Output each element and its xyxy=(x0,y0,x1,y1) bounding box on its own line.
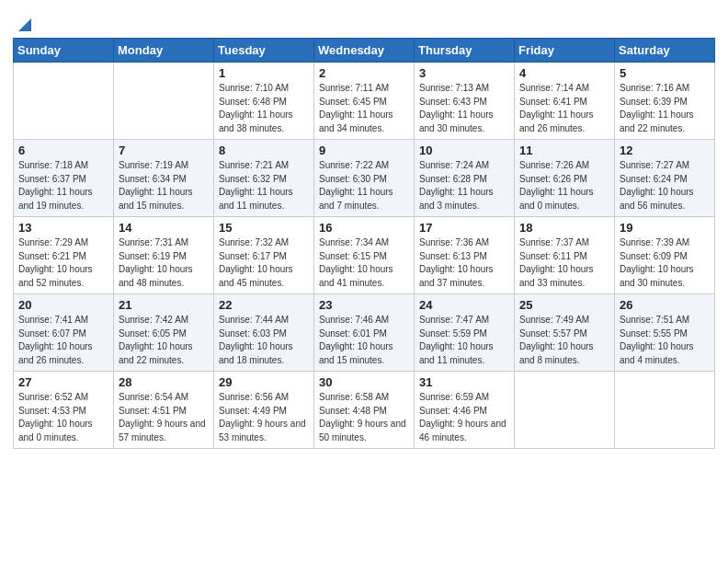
week-row-4: 20Sunrise: 7:41 AMSunset: 6:07 PMDayligh… xyxy=(14,294,715,372)
calendar-cell: 23Sunrise: 7:46 AMSunset: 6:01 PMDayligh… xyxy=(314,294,415,372)
day-info: Sunrise: 6:58 AMSunset: 4:48 PMDaylight:… xyxy=(319,391,409,444)
day-number: 5 xyxy=(620,66,710,80)
day-number: 2 xyxy=(319,66,409,80)
svg-marker-0 xyxy=(18,18,31,31)
calendar-cell: 20Sunrise: 7:41 AMSunset: 6:07 PMDayligh… xyxy=(14,294,114,372)
calendar-cell: 11Sunrise: 7:26 AMSunset: 6:26 PMDayligh… xyxy=(515,140,615,217)
calendar-cell: 9Sunrise: 7:22 AMSunset: 6:30 PMDaylight… xyxy=(314,140,415,217)
calendar-cell: 21Sunrise: 7:42 AMSunset: 6:05 PMDayligh… xyxy=(114,294,214,372)
day-number: 4 xyxy=(519,66,609,80)
day-info: Sunrise: 7:26 AMSunset: 6:26 PMDaylight:… xyxy=(519,159,609,213)
day-info: Sunrise: 6:54 AMSunset: 4:51 PMDaylight:… xyxy=(119,391,209,444)
calendar-cell: 18Sunrise: 7:37 AMSunset: 6:11 PMDayligh… xyxy=(515,217,615,294)
day-number: 23 xyxy=(319,298,409,312)
calendar-cell: 29Sunrise: 6:56 AMSunset: 4:49 PMDayligh… xyxy=(214,372,314,449)
day-info: Sunrise: 6:56 AMSunset: 4:49 PMDaylight:… xyxy=(219,391,309,444)
week-row-2: 6Sunrise: 7:18 AMSunset: 6:37 PMDaylight… xyxy=(14,140,715,217)
day-number: 13 xyxy=(18,221,108,235)
calendar-cell: 4Sunrise: 7:14 AMSunset: 6:41 PMDaylight… xyxy=(515,63,615,140)
page-container: SundayMondayTuesdayWednesdayThursdayFrid… xyxy=(0,0,728,462)
calendar-cell: 3Sunrise: 7:13 AMSunset: 6:43 PMDaylight… xyxy=(415,63,515,140)
calendar-cell: 27Sunrise: 6:52 AMSunset: 4:53 PMDayligh… xyxy=(14,372,114,449)
logo-icon xyxy=(15,15,35,35)
day-number: 15 xyxy=(219,221,309,235)
calendar-cell: 6Sunrise: 7:18 AMSunset: 6:37 PMDaylight… xyxy=(14,140,114,217)
weekday-header-monday: Monday xyxy=(114,39,214,63)
weekday-header-wednesday: Wednesday xyxy=(314,39,415,63)
day-number: 11 xyxy=(519,144,609,157)
calendar-cell xyxy=(14,63,114,140)
calendar-cell xyxy=(114,63,214,140)
day-number: 10 xyxy=(419,144,509,157)
day-info: Sunrise: 7:34 AMSunset: 6:15 PMDaylight:… xyxy=(319,236,409,290)
calendar-cell: 30Sunrise: 6:58 AMSunset: 4:48 PMDayligh… xyxy=(314,372,415,449)
day-number: 3 xyxy=(419,66,509,80)
week-row-3: 13Sunrise: 7:29 AMSunset: 6:21 PMDayligh… xyxy=(14,217,715,294)
day-info: Sunrise: 7:22 AMSunset: 6:30 PMDaylight:… xyxy=(319,159,409,213)
weekday-header-tuesday: Tuesday xyxy=(214,39,314,63)
day-info: Sunrise: 7:21 AMSunset: 6:32 PMDaylight:… xyxy=(219,159,309,213)
day-info: Sunrise: 7:37 AMSunset: 6:11 PMDaylight:… xyxy=(519,236,609,290)
weekday-header-thursday: Thursday xyxy=(415,39,515,63)
calendar-cell: 25Sunrise: 7:49 AMSunset: 5:57 PMDayligh… xyxy=(515,294,615,372)
day-number: 22 xyxy=(219,298,309,312)
calendar-cell: 15Sunrise: 7:32 AMSunset: 6:17 PMDayligh… xyxy=(214,217,314,294)
day-number: 16 xyxy=(319,221,409,235)
day-info: Sunrise: 7:47 AMSunset: 5:59 PMDaylight:… xyxy=(419,314,509,367)
day-info: Sunrise: 7:16 AMSunset: 6:39 PMDaylight:… xyxy=(620,82,710,135)
calendar-cell: 28Sunrise: 6:54 AMSunset: 4:51 PMDayligh… xyxy=(114,372,214,449)
day-info: Sunrise: 7:41 AMSunset: 6:07 PMDaylight:… xyxy=(18,314,108,367)
day-number: 26 xyxy=(620,298,710,312)
day-info: Sunrise: 7:42 AMSunset: 6:05 PMDaylight:… xyxy=(119,314,209,367)
day-number: 24 xyxy=(419,298,509,312)
day-info: Sunrise: 7:11 AMSunset: 6:45 PMDaylight:… xyxy=(319,82,409,135)
day-info: Sunrise: 6:52 AMSunset: 4:53 PMDaylight:… xyxy=(18,391,108,444)
calendar-cell: 19Sunrise: 7:39 AMSunset: 6:09 PMDayligh… xyxy=(615,217,715,294)
day-info: Sunrise: 7:51 AMSunset: 5:55 PMDaylight:… xyxy=(620,314,710,367)
day-number: 31 xyxy=(419,375,509,389)
day-info: Sunrise: 7:32 AMSunset: 6:17 PMDaylight:… xyxy=(219,236,309,290)
calendar-cell: 7Sunrise: 7:19 AMSunset: 6:34 PMDaylight… xyxy=(114,140,214,217)
calendar-cell: 24Sunrise: 7:47 AMSunset: 5:59 PMDayligh… xyxy=(415,294,515,372)
day-info: Sunrise: 7:24 AMSunset: 6:28 PMDaylight:… xyxy=(419,159,509,213)
weekday-header-sunday: Sunday xyxy=(14,39,114,63)
day-number: 1 xyxy=(219,66,309,80)
calendar-cell: 5Sunrise: 7:16 AMSunset: 6:39 PMDaylight… xyxy=(615,63,715,140)
day-info: Sunrise: 7:14 AMSunset: 6:41 PMDaylight:… xyxy=(519,82,609,135)
day-number: 18 xyxy=(519,221,609,235)
day-info: Sunrise: 7:36 AMSunset: 6:13 PMDaylight:… xyxy=(419,236,509,290)
day-info: Sunrise: 7:13 AMSunset: 6:43 PMDaylight:… xyxy=(419,82,509,135)
calendar-cell: 16Sunrise: 7:34 AMSunset: 6:15 PMDayligh… xyxy=(314,217,415,294)
calendar-cell xyxy=(515,372,615,449)
calendar-cell: 22Sunrise: 7:44 AMSunset: 6:03 PMDayligh… xyxy=(214,294,314,372)
calendar-cell: 31Sunrise: 6:59 AMSunset: 4:46 PMDayligh… xyxy=(415,372,515,449)
logo xyxy=(13,15,35,32)
day-info: Sunrise: 7:19 AMSunset: 6:34 PMDaylight:… xyxy=(119,159,209,213)
day-number: 6 xyxy=(18,144,108,157)
calendar-cell: 8Sunrise: 7:21 AMSunset: 6:32 PMDaylight… xyxy=(214,140,314,217)
calendar-cell: 1Sunrise: 7:10 AMSunset: 6:48 PMDaylight… xyxy=(214,63,314,140)
day-info: Sunrise: 7:18 AMSunset: 6:37 PMDaylight:… xyxy=(18,159,108,213)
weekday-header-saturday: Saturday xyxy=(615,39,715,63)
weekday-header-row: SundayMondayTuesdayWednesdayThursdayFrid… xyxy=(14,39,715,63)
calendar-cell: 13Sunrise: 7:29 AMSunset: 6:21 PMDayligh… xyxy=(14,217,114,294)
day-info: Sunrise: 7:31 AMSunset: 6:19 PMDaylight:… xyxy=(119,236,209,290)
day-number: 9 xyxy=(319,144,409,157)
day-number: 25 xyxy=(519,298,609,312)
week-row-1: 1Sunrise: 7:10 AMSunset: 6:48 PMDaylight… xyxy=(14,63,715,140)
day-info: Sunrise: 7:46 AMSunset: 6:01 PMDaylight:… xyxy=(319,314,409,367)
day-number: 19 xyxy=(620,221,710,235)
day-number: 14 xyxy=(119,221,209,235)
day-number: 12 xyxy=(620,144,710,157)
day-number: 27 xyxy=(18,375,108,389)
day-info: Sunrise: 6:59 AMSunset: 4:46 PMDaylight:… xyxy=(419,391,509,444)
day-number: 28 xyxy=(119,375,209,389)
calendar-cell xyxy=(615,372,715,449)
weekday-header-friday: Friday xyxy=(515,39,615,63)
day-number: 30 xyxy=(319,375,409,389)
day-info: Sunrise: 7:29 AMSunset: 6:21 PMDaylight:… xyxy=(18,236,108,290)
calendar-cell: 26Sunrise: 7:51 AMSunset: 5:55 PMDayligh… xyxy=(615,294,715,372)
calendar-cell: 14Sunrise: 7:31 AMSunset: 6:19 PMDayligh… xyxy=(114,217,214,294)
calendar-table: SundayMondayTuesdayWednesdayThursdayFrid… xyxy=(13,38,715,449)
calendar-cell: 2Sunrise: 7:11 AMSunset: 6:45 PMDaylight… xyxy=(314,63,415,140)
